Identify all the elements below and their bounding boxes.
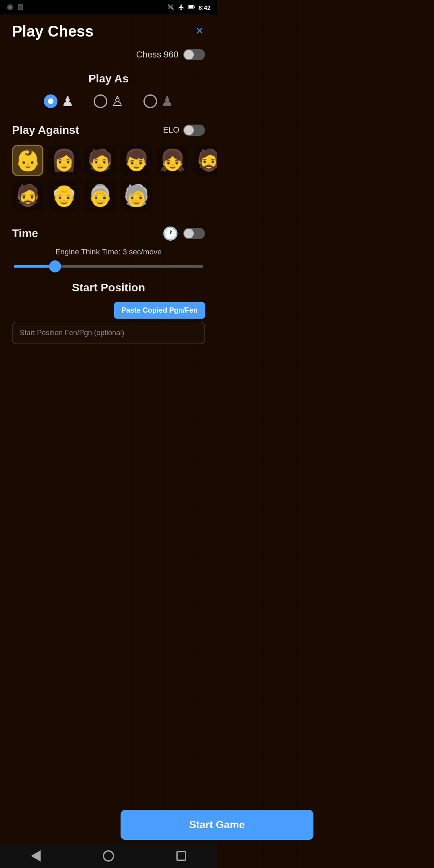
black-piece-icon: ♟ xyxy=(161,93,173,109)
play-as-random-radio[interactable] xyxy=(94,94,107,108)
page-title: Play Chess xyxy=(12,23,94,41)
play-as-white-option[interactable]: ♟ xyxy=(44,93,74,109)
svg-rect-8 xyxy=(171,5,172,9)
svg-rect-9 xyxy=(172,4,173,9)
play-against-header: Play Against ELO xyxy=(12,124,205,137)
svg-rect-11 xyxy=(194,6,194,8)
time-toggle[interactable] xyxy=(183,228,205,239)
start-position-heading: Start Position xyxy=(12,281,205,294)
svg-rect-6 xyxy=(168,7,168,9)
avatar-grid: 👶 👩 🧑 👦 👧 🧔 🧔 👴 👵 🧓 xyxy=(12,145,205,211)
avatar-person2[interactable]: 👦 xyxy=(121,145,152,176)
white-piece-icon: ♟ xyxy=(61,93,74,109)
avatar-row-2: 🧔 👴 👵 🧓 xyxy=(12,180,205,211)
avatar-woman[interactable]: 👩 xyxy=(48,145,80,176)
chess960-label: Chess 960 xyxy=(136,49,178,60)
header: Play Chess × xyxy=(12,23,205,41)
time-controls: 🕐 xyxy=(162,226,205,241)
elo-row: ELO xyxy=(163,125,205,136)
start-position-section: Start Position Paste Copied Pgn/Fen xyxy=(12,281,205,344)
avatar-man1[interactable]: 🧔 xyxy=(193,145,217,176)
sim-icon xyxy=(17,4,24,11)
play-as-black-radio[interactable] xyxy=(143,94,157,108)
time-header: Time 🕐 xyxy=(12,226,205,241)
status-bar: 8:42 xyxy=(0,0,217,14)
play-as-radio-group: ♟ ♙ ♟ xyxy=(12,93,205,109)
avatar-elderly[interactable]: 🧓 xyxy=(121,180,152,211)
airplane-icon xyxy=(178,4,185,11)
battery-icon xyxy=(188,4,195,11)
play-against-section: Play Against ELO 👶 👩 🧑 👦 👧 🧔 🧔 👴 👵 xyxy=(12,124,205,211)
clock-icon: 🕐 xyxy=(162,226,178,241)
paste-pgn-fen-button[interactable]: Paste Copied Pgn/Fen xyxy=(114,302,205,319)
random-piece-icon: ♙ xyxy=(111,93,123,109)
elo-toggle[interactable] xyxy=(183,125,205,136)
elo-label: ELO xyxy=(163,125,179,135)
svg-rect-12 xyxy=(189,6,193,9)
elo-toggle-knob xyxy=(184,125,194,135)
time-slider[interactable] xyxy=(14,265,203,268)
avatar-person3[interactable]: 👧 xyxy=(157,145,188,176)
avatar-row-1: 👶 👩 🧑 👦 👧 🧔 xyxy=(12,145,205,176)
play-against-heading: Play Against xyxy=(12,124,79,137)
avatar-person1[interactable]: 🧑 xyxy=(84,145,116,176)
svg-rect-4 xyxy=(19,6,22,9)
play-as-black-option[interactable]: ♟ xyxy=(143,93,173,109)
avatar-old-man[interactable]: 👴 xyxy=(48,180,80,211)
play-as-section: Play As ♟ ♙ ♟ xyxy=(12,72,205,109)
avatar-old-woman[interactable]: 👵 xyxy=(84,180,116,211)
time-section: Time 🕐 Engine Think Time: 3 sec/move xyxy=(12,226,205,269)
no-signal-icon xyxy=(167,4,174,11)
status-bar-right: 8:42 xyxy=(167,4,211,11)
chess960-toggle-knob xyxy=(184,50,194,59)
fen-input[interactable] xyxy=(12,322,205,344)
time-toggle-knob xyxy=(184,229,194,238)
time-heading: Time xyxy=(12,227,38,240)
engine-think-time-label: Engine Think Time: 3 sec/move xyxy=(12,248,205,256)
slider-container xyxy=(12,262,205,269)
signal-icon xyxy=(6,4,14,11)
play-as-random-option[interactable]: ♙ xyxy=(94,93,123,109)
avatar-baby[interactable]: 👶 xyxy=(12,145,43,176)
svg-rect-7 xyxy=(169,6,170,9)
play-as-white-radio[interactable] xyxy=(44,94,57,108)
play-as-heading: Play As xyxy=(12,72,205,85)
avatar-bearded-man[interactable]: 🧔 xyxy=(12,180,43,211)
close-button[interactable]: × xyxy=(194,23,205,39)
main-content: Play Chess × Chess 960 Play As ♟ ♙ ♟ xyxy=(0,14,217,396)
time-display: 8:42 xyxy=(199,4,211,11)
chess960-row: Chess 960 xyxy=(12,49,205,60)
chess960-toggle[interactable] xyxy=(183,49,205,60)
status-bar-left xyxy=(6,4,24,11)
svg-point-2 xyxy=(10,7,11,8)
